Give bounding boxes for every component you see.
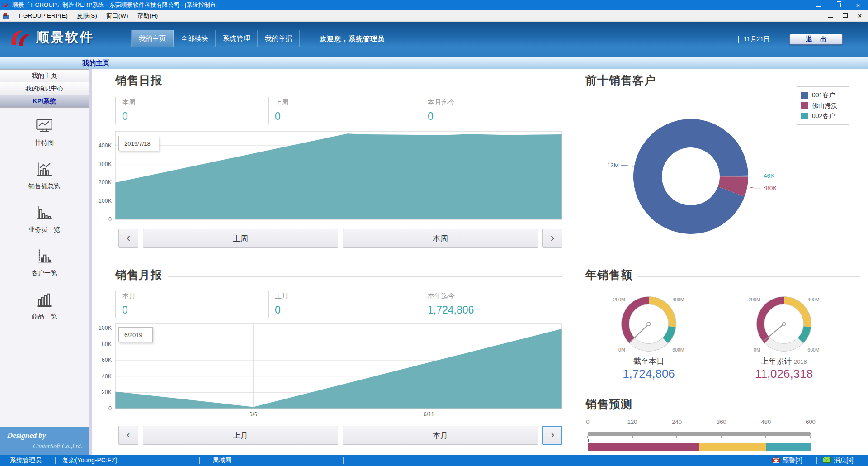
gauge-value-last-year: 11,026,318 — [730, 367, 838, 381]
monthly-prev-arrow-button[interactable]: ‹ — [118, 426, 138, 445]
tab-my-homepage[interactable]: 我的主页 — [132, 30, 174, 47]
legend-label: 002客户 — [812, 112, 835, 120]
message-envelope-icon — [823, 457, 831, 464]
forecast-axis-tick — [721, 436, 722, 438]
sidebar-tool-sales-overview[interactable]: 销售额总览 — [28, 162, 60, 190]
daily-last-week-button[interactable]: 上周 — [143, 229, 338, 248]
status-divider — [766, 457, 766, 464]
menu-item-help[interactable]: 帮助(H) — [133, 10, 163, 21]
svg-text:780K: 780K — [763, 185, 777, 191]
forecast-axis-label: 0 — [586, 418, 589, 425]
status-network: 局域网 — [212, 456, 231, 465]
menu-item-tgroup-erp[interactable]: T-GROUP ERP(E) — [13, 10, 72, 21]
forecast-axis-tick — [676, 436, 677, 438]
monthly-sales-chart: 020K40K60K80K100K6/66/11 6/2019 — [92, 323, 565, 422]
mdi-close-button[interactable]: × — [858, 12, 862, 19]
legend-item[interactable]: 佛山海沃 — [801, 100, 844, 111]
svg-text:13M: 13M — [607, 162, 619, 169]
sales-forecast-bullet-chart: 0120240360480600 — [588, 418, 818, 454]
stat-year-to-date: 本年迄今 1,724,806 — [421, 291, 574, 318]
sidebar-item-my-homepage[interactable]: 我的主页 — [0, 69, 89, 82]
section-rule — [638, 406, 860, 406]
sidebar-tool-label: 销售额总览 — [28, 182, 60, 190]
status-divider — [199, 457, 200, 464]
svg-text:0: 0 — [108, 405, 112, 412]
legend-swatch — [801, 113, 808, 119]
monthly-last-month-button[interactable]: 上月 — [143, 426, 338, 445]
date-divider — [738, 36, 739, 43]
daily-this-week-button[interactable]: 本周 — [343, 229, 538, 248]
logout-button[interactable]: 退 出 — [789, 34, 843, 45]
daily-nav-buttons: ‹ 上周 本周 › — [118, 229, 562, 248]
mdi-restore-button[interactable] — [843, 12, 848, 19]
legend-item[interactable]: 002客户 — [801, 111, 844, 121]
svg-text:300K: 300K — [99, 161, 112, 167]
active-page-tabstrip: 我的主页 — [0, 57, 868, 69]
sidebar-tool-gantt[interactable]: 甘特图 — [35, 119, 54, 147]
stat-last-month: 上月 0 — [268, 291, 421, 318]
mdi-document-icon — [3, 13, 9, 19]
menu-item-skin[interactable]: 皮肤(S) — [72, 10, 102, 21]
monthly-nav-buttons: ‹ 上月 本月 › — [118, 426, 562, 445]
brand-logo: 顺景软件 — [8, 26, 94, 49]
sidebar-tool-salesman-list[interactable]: 业务员一览 — [28, 205, 60, 234]
forecast-axis-label: 480 — [761, 418, 771, 425]
svg-text:400M: 400M — [672, 297, 684, 302]
legend-swatch — [801, 92, 808, 99]
svg-text:200M: 200M — [613, 297, 625, 302]
forecast-axis-tick — [765, 436, 766, 438]
monthly-stats-row: 本月 0 上月 0 本年迄今 1,724,806 — [115, 291, 574, 318]
window-restore-button[interactable] — [828, 0, 848, 10]
svg-text:100K: 100K — [99, 198, 112, 204]
sales-overview-icon — [35, 162, 53, 179]
sidebar-tool-customer-list[interactable]: 客户一览 — [32, 249, 57, 277]
status-divider — [252, 457, 252, 464]
tab-all-modules[interactable]: 全部模块 — [174, 30, 216, 47]
sidebar-item-message-center[interactable]: 我的消息中心 — [0, 82, 89, 95]
forecast-axis-label: 360 — [717, 418, 726, 425]
sidebar-tool-label: 业务员一览 — [28, 226, 60, 234]
section-title-daily: 销售日报 — [115, 73, 162, 88]
svg-text:0: 0 — [108, 216, 112, 222]
active-page-title: 我的主页 — [82, 59, 109, 67]
svg-text:6/6: 6/6 — [249, 411, 257, 418]
sidebar-tool-label: 甘特图 — [35, 139, 54, 147]
tab-my-documents[interactable]: 我的单据 — [258, 30, 300, 47]
forecast-bar-segment — [699, 443, 766, 451]
status-host: 复杂(Young-PC:FZ) — [62, 456, 118, 465]
header-date: 11月21日 — [738, 35, 770, 43]
daily-next-arrow-button[interactable]: › — [542, 229, 562, 248]
welcome-message: 欢迎您，系统管理员 — [320, 35, 385, 43]
svg-text:400M: 400M — [807, 297, 819, 302]
sidebar-tool-product-list[interactable]: 商品一览 — [32, 292, 57, 321]
status-alert[interactable]: 预警[2] — [772, 456, 802, 465]
forecast-axis-label: 120 — [627, 418, 637, 425]
menu-item-window[interactable]: 窗口(W) — [102, 10, 133, 21]
svg-text:6/11: 6/11 — [423, 411, 434, 418]
window-minimize-button[interactable] — [808, 0, 828, 10]
alert-first-aid-icon — [772, 456, 780, 465]
daily-prev-arrow-button[interactable]: ‹ — [118, 229, 138, 248]
sidebar-scrollbar[interactable] — [89, 69, 92, 455]
svg-text:100K: 100K — [99, 325, 112, 331]
gauge-caption-last-year: 上年累计 2018 — [739, 356, 829, 366]
window-title: 顺景『T-GROUP』制造业ERP系统 - 东莞顺景软件科技有限公司 - [系统… — [12, 1, 217, 9]
header-tab-bar: 我的主页 全部模块 系统管理 我的单据 — [131, 30, 300, 47]
monthly-this-month-button[interactable]: 本月 — [343, 426, 538, 445]
sidebar-item-kpi-system[interactable]: KPI系统 — [0, 95, 89, 108]
legend-label: 001客户 — [812, 91, 835, 100]
monthly-next-arrow-button[interactable]: › — [542, 426, 562, 445]
section-rule — [168, 82, 562, 82]
sidebar-nav: 我的主页 我的消息中心 KPI系统 — [0, 69, 89, 108]
window-close-button[interactable]: × — [848, 0, 868, 10]
mdi-minimize-button[interactable] — [828, 12, 833, 19]
donut-legend: 001客户佛山海沃002客户 — [797, 86, 849, 125]
tab-system-management[interactable]: 系统管理 — [216, 30, 258, 47]
daily-area-chart-svg: 0100K200K300K400K — [92, 130, 565, 222]
menu-bar: T-GROUP ERP(E) 皮肤(S) 窗口(W) 帮助(H) × — [0, 10, 868, 22]
legend-item[interactable]: 001客户 — [801, 90, 844, 100]
shunjing-swoosh-icon — [8, 26, 32, 49]
monthly-area-chart-svg: 020K40K60K80K100K6/66/11 — [92, 323, 565, 422]
status-message[interactable]: 消息[9] — [823, 456, 854, 465]
company-name: CenterSoft Co.,Ltd. — [0, 443, 82, 450]
